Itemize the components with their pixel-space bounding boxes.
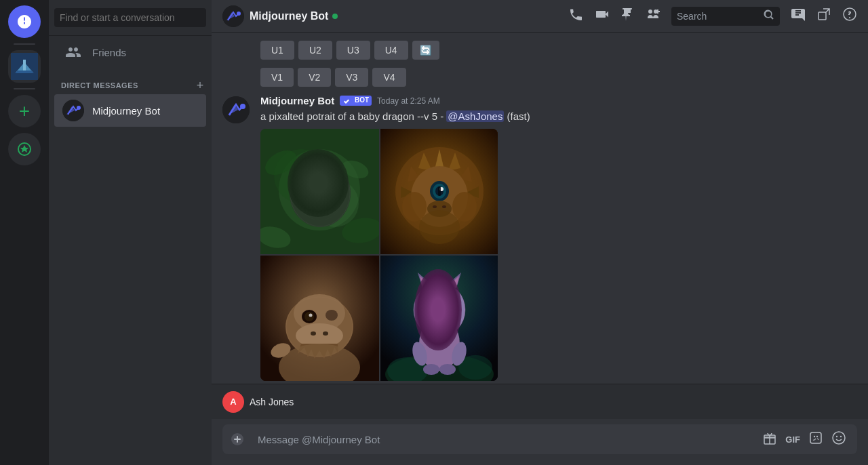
- svg-point-88: [816, 435, 818, 437]
- svg-rect-11: [818, 12, 826, 20]
- message-input-field[interactable]: [258, 426, 757, 453]
- svg-point-21: [308, 180, 319, 193]
- help-icon[interactable]: [842, 7, 857, 25]
- search-icon: [764, 9, 774, 23]
- friends-label: Friends: [92, 47, 126, 58]
- message-input-bar: GIF: [212, 419, 868, 465]
- chat-messages-area: U1 U2 U3 U4 🔄 V1 V2 V3 V4: [212, 33, 868, 384]
- dragon-image-grid: [260, 129, 498, 381]
- online-status-indicator: [332, 14, 338, 19]
- svg-point-10: [237, 12, 241, 16]
- svg-rect-86: [810, 432, 821, 443]
- upscale-1-button-old[interactable]: U1: [260, 41, 294, 60]
- ash-jones-preview-bar: A Ash Jones: [212, 384, 868, 419]
- svg-point-82: [414, 283, 465, 337]
- more-actions-button[interactable]: •••: [836, 95, 857, 115]
- add-dm-button[interactable]: +: [194, 79, 206, 92]
- inbox-icon[interactable]: [791, 7, 806, 25]
- search-bar[interactable]: Search: [671, 7, 780, 26]
- upscale-2-button-old[interactable]: U2: [298, 41, 332, 60]
- reply-button[interactable]: ↩: [815, 95, 833, 115]
- gif-button[interactable]: GIF: [785, 434, 800, 445]
- dm-sidebar: Friends DIRECT MESSAGES + Midjourney Bot: [49, 0, 212, 465]
- top-bar: Midjourney Bot: [212, 0, 868, 33]
- svg-point-45: [402, 192, 427, 222]
- variation-3-button-old[interactable]: V3: [335, 68, 368, 87]
- ash-jones-avatar: A: [222, 391, 244, 413]
- svg-point-24: [290, 160, 350, 226]
- svg-point-53: [304, 312, 314, 321]
- message-header: Midjourney Bot BOT Today at 2:25 AM: [260, 95, 857, 106]
- upscale-3-button-old[interactable]: U3: [336, 41, 370, 60]
- dragon-image-3[interactable]: [260, 256, 379, 381]
- ash-jones-name: Ash Jones: [250, 397, 294, 407]
- friends-nav-item[interactable]: Friends: [54, 36, 206, 68]
- gift-icon[interactable]: [762, 430, 777, 449]
- svg-point-76: [448, 303, 452, 307]
- discord-home-button[interactable]: [8, 5, 41, 38]
- svg-point-74: [442, 300, 454, 314]
- svg-point-75: [445, 303, 452, 311]
- svg-point-46: [452, 192, 477, 222]
- message-text: a pixalted potrait of a baby dragon --v …: [260, 109, 857, 123]
- channel-avatar: [222, 5, 244, 27]
- pin-icon[interactable]: [620, 7, 635, 25]
- message-author: Midjourney Bot: [260, 95, 334, 106]
- video-icon[interactable]: [594, 7, 609, 25]
- call-icon[interactable]: [568, 7, 583, 25]
- svg-point-47: [419, 210, 460, 244]
- old-message-variation-buttons: V1 V2 V3 V4: [212, 65, 868, 92]
- server-icon-boat[interactable]: [8, 50, 41, 83]
- search-placeholder-text: Search: [677, 11, 760, 22]
- emoji-icon[interactable]: [831, 430, 846, 449]
- svg-point-68: [414, 283, 465, 337]
- old-message-action-buttons: U1 U2 U3 U4 🔄: [212, 38, 868, 65]
- svg-point-77: [427, 315, 452, 331]
- svg-point-55: [326, 310, 338, 321]
- midjourney-bot-name: Midjourney Bot: [92, 105, 160, 117]
- find-conversation-input[interactable]: [54, 8, 206, 27]
- main-chat-area: Midjourney Bot: [212, 0, 868, 465]
- explore-button[interactable]: [8, 133, 41, 165]
- upscale-4-button-old[interactable]: U4: [374, 41, 408, 60]
- variation-1-button-old[interactable]: V1: [260, 68, 294, 87]
- server-rail: +: [0, 0, 49, 465]
- svg-point-28: [313, 200, 317, 203]
- svg-point-23: [315, 184, 317, 186]
- dm-section-header: DIRECT MESSAGES +: [49, 68, 212, 94]
- sticker-icon[interactable]: [808, 430, 823, 449]
- svg-point-69: [422, 298, 439, 316]
- dm-item-midjourney-bot[interactable]: Midjourney Bot: [54, 94, 206, 127]
- dragon-image-1[interactable]: [260, 129, 379, 254]
- svg-rect-41: [438, 186, 441, 196]
- variation-4-button-old[interactable]: V4: [372, 68, 406, 87]
- svg-point-73: [440, 298, 456, 316]
- svg-point-2: [26, 21, 29, 23]
- svg-point-44: [442, 205, 446, 208]
- popout-icon[interactable]: [816, 7, 831, 25]
- friends-icon: [62, 41, 84, 63]
- reaction-button[interactable]: 🌙: [789, 95, 812, 115]
- svg-point-91: [840, 435, 842, 437]
- svg-point-22: [312, 182, 317, 188]
- refresh-button-old[interactable]: 🔄: [412, 41, 439, 60]
- mention-ashJones: @AshJones: [446, 110, 504, 122]
- bot-badge: BOT: [340, 96, 372, 105]
- channel-name: Midjourney Bot: [250, 10, 563, 22]
- message-input-container: GIF: [222, 424, 857, 454]
- midjourney-message: Midjourney Bot BOT Today at 2:25 AM a pi…: [212, 92, 868, 384]
- svg-point-80: [423, 364, 439, 375]
- dragon-image-2[interactable]: [380, 129, 498, 254]
- variation-2-button-old[interactable]: V2: [298, 68, 331, 87]
- svg-point-15: [240, 104, 245, 109]
- svg-point-90: [836, 435, 837, 437]
- attach-file-button[interactable]: [222, 424, 252, 454]
- dragon-image-4[interactable]: [380, 256, 498, 381]
- dm-search-box[interactable]: [49, 0, 212, 36]
- add-server-button[interactable]: +: [8, 95, 41, 127]
- svg-point-8: [77, 106, 81, 110]
- add-member-icon[interactable]: [646, 7, 660, 25]
- midjourney-bot-avatar: [62, 100, 84, 121]
- svg-point-89: [833, 432, 845, 444]
- message-content: Midjourney Bot BOT Today at 2:25 AM a pi…: [260, 95, 857, 384]
